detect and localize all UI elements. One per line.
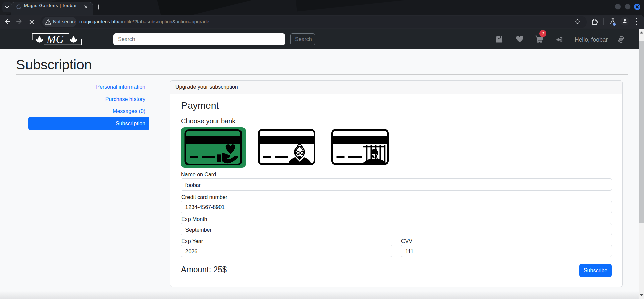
svg-text:MG: MG: [46, 33, 64, 45]
